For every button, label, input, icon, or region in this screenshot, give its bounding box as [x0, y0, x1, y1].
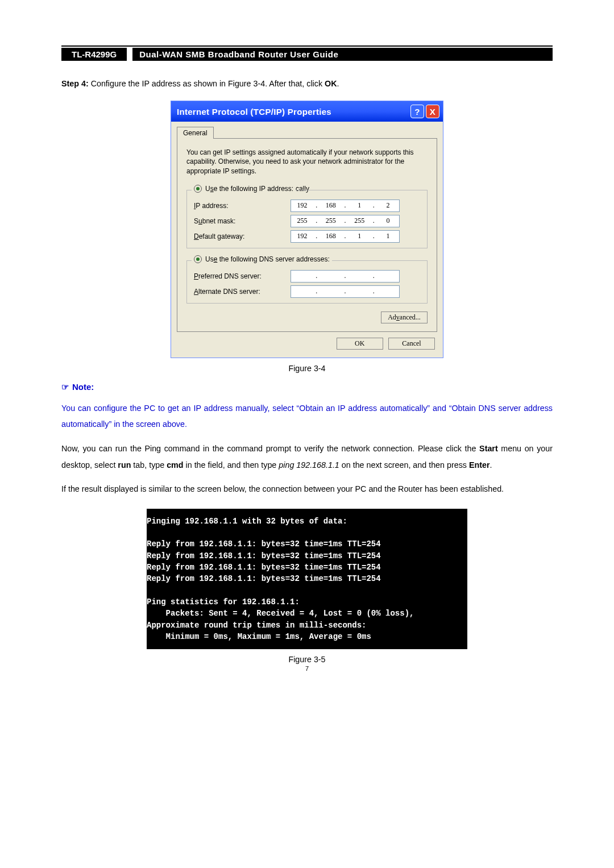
- help-icon[interactable]: ?: [410, 105, 424, 118]
- paragraph-result: If the result displayed is similar to th…: [61, 481, 553, 497]
- note-body: You can configure the PC to get an IP ad…: [61, 400, 553, 433]
- figure-caption-2: Figure 3-5: [61, 655, 553, 664]
- tcpip-dialog: Internet Protocol (TCP/IP) Properties ? …: [171, 101, 443, 358]
- default-gateway-label: Default gateway:: [194, 232, 291, 240]
- note-heading: ☞Note:: [61, 382, 553, 392]
- step-text: Step 4: Configure the IP address as show…: [61, 77, 553, 90]
- terminal-output: Pinging 192.168.1.1 with 32 bytes of dat…: [147, 509, 467, 649]
- ip-address-label: IP address:: [194, 202, 291, 210]
- dialog-titlebar: Internet Protocol (TCP/IP) Properties ? …: [171, 101, 443, 122]
- radio-use-following-dns[interactable]: Use the following DNS server addresses:: [192, 255, 332, 263]
- alternate-dns-label: Alternate DNS server:: [194, 288, 291, 296]
- pointing-hand-icon: ☞: [61, 382, 69, 392]
- figure-caption-1: Figure 3-4: [61, 364, 553, 373]
- ip-address-input[interactable]: 192.168.1.2: [291, 200, 400, 212]
- radio-icon: [194, 255, 202, 263]
- subnet-mask-label: Subnet mask:: [194, 217, 291, 225]
- ok-button[interactable]: OK: [337, 338, 383, 350]
- cancel-button[interactable]: Cancel: [388, 338, 435, 350]
- preferred-dns-label: Preferred DNS server:: [194, 272, 291, 280]
- page-number: 7: [61, 665, 553, 672]
- dialog-description: You can get IP settings assigned automat…: [186, 148, 428, 176]
- advanced-button[interactable]: Advanced...: [381, 312, 428, 323]
- dialog-title-text: Internet Protocol (TCP/IP) Properties: [177, 107, 331, 117]
- radio-icon: [194, 185, 202, 193]
- doc-title: Dual-WAN SMB Broadband Router User Guide: [132, 48, 553, 61]
- subnet-mask-input[interactable]: 255.255.255.0: [291, 215, 400, 227]
- default-gateway-input[interactable]: 192.168.1.1: [291, 230, 400, 243]
- paragraph-ping-instruction: Now, you can run the Ping command in the…: [61, 441, 553, 473]
- close-icon[interactable]: X: [426, 105, 439, 118]
- radio-use-following-ip[interactable]: Use the following IP address:: [192, 185, 296, 193]
- preferred-dns-input[interactable]: ...: [291, 270, 400, 283]
- doc-header: TL-R4299G Dual-WAN SMB Broadband Router …: [61, 48, 553, 61]
- tab-general[interactable]: General: [177, 127, 214, 139]
- alternate-dns-input[interactable]: ...: [291, 285, 400, 298]
- model-label: TL-R4299G: [61, 48, 127, 61]
